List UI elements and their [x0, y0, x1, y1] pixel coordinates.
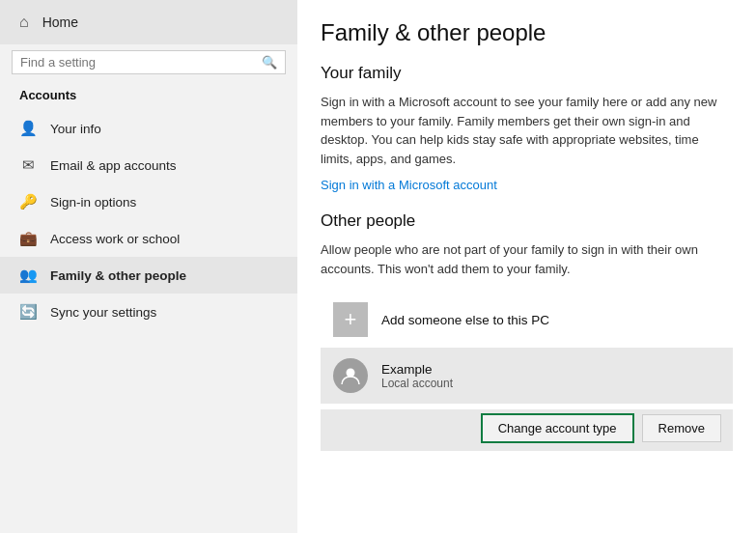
settings-window: ⌂ Home 🔍 Accounts 👤 Your info ✉ Email & …: [0, 0, 756, 533]
layout: ⌂ Home 🔍 Accounts 👤 Your info ✉ Email & …: [0, 0, 756, 533]
sidebar-item-access-work[interactable]: 💼 Access work or school: [0, 220, 297, 257]
home-icon: ⌂: [19, 14, 29, 31]
your-info-icon: 👤: [19, 120, 37, 137]
sidebar-home[interactable]: ⌂ Home: [0, 0, 297, 44]
search-box[interactable]: 🔍: [12, 50, 286, 74]
family-icon: 👥: [19, 266, 37, 284]
sidebar-item-label: Email & app accounts: [50, 158, 177, 173]
user-actions: Change account type Remove: [321, 409, 733, 451]
sidebar-item-label: Sync your settings: [50, 305, 156, 320]
section-title: Accounts: [0, 84, 297, 110]
add-person-label: Add someone else to this PC: [381, 313, 549, 327]
home-label: Home: [42, 14, 78, 30]
work-icon: 💼: [19, 230, 37, 247]
user-type: Local account: [381, 377, 720, 390]
sidebar-item-label: Family & other people: [50, 268, 186, 283]
user-avatar: [333, 358, 368, 393]
sidebar-item-email-app[interactable]: ✉ Email & app accounts: [0, 147, 297, 183]
sidebar-item-signin-options[interactable]: 🔑 Sign-in options: [0, 183, 297, 220]
user-info: Example Local account: [381, 362, 720, 390]
search-icon: 🔍: [262, 55, 277, 70]
sidebar-item-label: Sign-in options: [50, 195, 136, 210]
remove-button[interactable]: Remove: [642, 414, 721, 442]
page-title: Family & other people: [321, 19, 733, 46]
sidebar-item-your-info[interactable]: 👤 Your info: [0, 110, 297, 147]
change-account-button[interactable]: Change account type: [481, 413, 634, 443]
your-family-desc: Sign in with a Microsoft account to see …: [321, 93, 733, 168]
svg-point-0: [347, 369, 355, 378]
ms-account-link[interactable]: Sign in with a Microsoft account: [321, 178, 733, 192]
sidebar-item-sync-settings[interactable]: 🔄 Sync your settings: [0, 294, 297, 330]
other-people-section: Other people Allow people who are not pa…: [321, 211, 733, 451]
add-person-row[interactable]: + Add someone else to this PC: [321, 292, 733, 348]
other-people-title: Other people: [321, 211, 733, 231]
sidebar-item-label: Access work or school: [50, 232, 180, 246]
sync-icon: 🔄: [19, 303, 37, 321]
sidebar: ⌂ Home 🔍 Accounts 👤 Your info ✉ Email & …: [0, 0, 297, 533]
add-icon: +: [333, 302, 368, 337]
user-row[interactable]: Example Local account: [321, 348, 733, 404]
other-people-desc: Allow people who are not part of your fa…: [321, 240, 733, 278]
search-input[interactable]: [20, 55, 262, 70]
sidebar-item-label: Your info: [50, 122, 101, 136]
signin-icon: 🔑: [19, 193, 37, 210]
user-name: Example: [381, 362, 720, 377]
main-content: Family & other people Your family Sign i…: [297, 0, 756, 533]
email-icon: ✉: [19, 156, 37, 174]
your-family-title: Your family: [321, 64, 733, 83]
sidebar-item-family-people[interactable]: 👥 Family & other people: [0, 257, 297, 294]
